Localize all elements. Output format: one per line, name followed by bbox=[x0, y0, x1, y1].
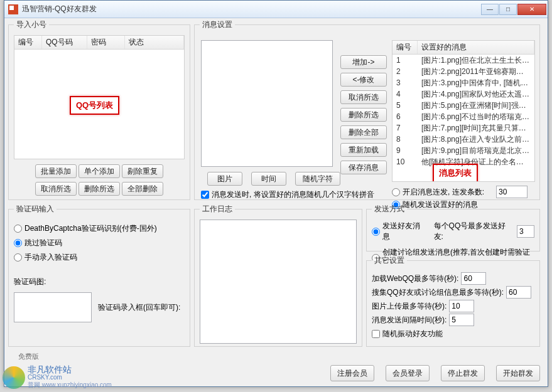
collect-wait-input[interactable] bbox=[506, 286, 531, 299]
import-group: 导入小号 编号 QQ号码 密码 状态 QQ号列表 批量添加 单个添加 剔除重复 … bbox=[8, 19, 190, 200]
table-row[interactable]: 1[图片:1.png]但在北京土生土长… bbox=[392, 55, 534, 66]
interval-input[interactable] bbox=[449, 314, 474, 326]
watermark: 非凡软件站 CRSKY.com 普网 www.xunzhiyingxiao.co… bbox=[3, 365, 112, 389]
msgset-legend: 消息设置 bbox=[200, 19, 235, 30]
register-button[interactable]: 注册会员 bbox=[330, 365, 374, 381]
msg-row-text: [图片:1.png]但在北京土生土长… bbox=[418, 55, 534, 66]
table-row[interactable]: 3[图片:3.png]中国体育中, [随机… bbox=[392, 77, 534, 88]
free-version-label: 免费版 bbox=[18, 352, 39, 361]
window-title: 迅智营销-QQ好友群发 bbox=[22, 4, 480, 14]
captcha-img-label: 验证码图: bbox=[14, 277, 185, 287]
upload-wait-input[interactable] bbox=[449, 300, 474, 312]
add-button[interactable]: 增加-> bbox=[340, 55, 387, 69]
msg-row-text: [图片:8.png]在进入专业队之前… bbox=[418, 134, 534, 145]
continuous-radio[interactable] bbox=[392, 188, 400, 196]
sendmode-friend-tail: 每个QQ号最多发送好友: bbox=[434, 221, 513, 242]
sendmode-friend-radio[interactable] bbox=[372, 228, 380, 236]
start-send-button[interactable]: 开始群发 bbox=[496, 365, 540, 381]
captcha-r1-label[interactable]: DeathByCaptcha验证码识别(付费-国外) bbox=[14, 223, 185, 234]
titlebar[interactable]: 迅智营销-QQ好友群发 — □ ✕ bbox=[4, 1, 548, 18]
msg-row-no: 10 bbox=[392, 157, 418, 166]
qq-table[interactable]: 编号 QQ号码 密码 状态 QQ号列表 bbox=[14, 35, 185, 159]
table-row[interactable]: 7[图片:7.png][时间]充其量只算… bbox=[392, 122, 534, 134]
captcha-dbc-radio[interactable] bbox=[14, 225, 22, 233]
footer: 注册会员 会员登录 停止群发 开始群发 bbox=[330, 365, 540, 381]
remove-dup-button[interactable]: 剔除重复 bbox=[122, 164, 163, 178]
insert-pic-button[interactable]: 图片 bbox=[207, 172, 242, 186]
delete-all-button[interactable]: 全部删除 bbox=[122, 182, 163, 196]
minimize-button[interactable]: — bbox=[481, 4, 499, 15]
sendmode-group: 发送方式 发送好友消息 每个QQ号最多发送好友: 创建讨论组发送消息(推荐,首次… bbox=[366, 204, 540, 252]
batch-add-button[interactable]: 批量添加 bbox=[35, 164, 77, 178]
msg-row-no: 8 bbox=[392, 135, 418, 144]
webqq-wait-input[interactable] bbox=[461, 272, 486, 285]
table-row[interactable]: 2[图片:2.png]2011年亚锦赛期间,… bbox=[392, 66, 534, 77]
msg-row-no: 7 bbox=[392, 124, 418, 132]
captcha-legend: 验证码输入 bbox=[14, 204, 57, 215]
captcha-image bbox=[14, 292, 92, 322]
msg-row-text: [图片:5.png]在亚洲猪[时间]强… bbox=[418, 100, 534, 111]
msg-row-text: [图片:9.png]目前塔瑞克是北京… bbox=[418, 146, 534, 156]
upload-wait-label: 图片上传最多等待(秒): bbox=[372, 301, 446, 312]
app-window: 迅智营销-QQ好友群发 — □ ✕ 导入小号 编号 QQ号码 密码 状态 QQ号… bbox=[4, 0, 548, 387]
table-row[interactable]: 6[图片:6.png]不过当时的塔瑞克… bbox=[392, 111, 534, 122]
msg-row-no: 5 bbox=[392, 101, 418, 110]
watermark-icon bbox=[3, 366, 25, 389]
msg-col-no[interactable]: 编号 bbox=[392, 41, 418, 54]
close-button[interactable]: ✕ bbox=[517, 4, 546, 15]
login-button[interactable]: 会员登录 bbox=[386, 365, 430, 381]
col-no[interactable]: 编号 bbox=[14, 36, 42, 49]
message-setting-group: 消息设置 增加-> <-修改 取消所选 删除所选 删除全部 重新加载 保存消息 … bbox=[194, 19, 540, 200]
msg-row-no: 4 bbox=[392, 90, 418, 98]
shake-check-label[interactable]: 随机振动好友功能 bbox=[372, 329, 443, 339]
msg-row-no: 3 bbox=[392, 78, 418, 87]
import-legend: 导入小号 bbox=[14, 19, 49, 30]
message-editor[interactable] bbox=[201, 40, 333, 167]
captcha-manual-radio[interactable] bbox=[14, 253, 22, 262]
col-status[interactable]: 状态 bbox=[125, 36, 184, 49]
log-legend: 工作日志 bbox=[200, 204, 235, 215]
max-friends-input[interactable] bbox=[517, 225, 534, 238]
del-sel-button[interactable]: 删除所选 bbox=[340, 108, 387, 122]
log-group: 工作日志 bbox=[194, 204, 362, 347]
msg-col-body[interactable]: 设置好的消息 bbox=[418, 41, 534, 54]
message-table[interactable]: 编号 设置好的消息 1[图片:1.png]但在北京土生土长…2[图片:2.png… bbox=[392, 40, 535, 182]
table-row[interactable]: 8[图片:8.png]在进入专业队之前… bbox=[392, 134, 534, 145]
single-add-button[interactable]: 单个添加 bbox=[78, 164, 120, 178]
log-textarea[interactable] bbox=[200, 220, 357, 344]
sendmode-friend-label[interactable]: 发送好友消息 bbox=[372, 221, 426, 242]
sendmode-legend: 发送方式 bbox=[372, 204, 407, 215]
insert-rand-button[interactable]: 随机字符 bbox=[295, 172, 340, 186]
unselect-button[interactable]: 取消所选 bbox=[35, 182, 77, 196]
table-row[interactable]: 4[图片:4.png]国家队对他还太遥… bbox=[392, 88, 534, 100]
table-row[interactable]: 5[图片:5.png]在亚洲猪[时间]强… bbox=[392, 100, 534, 111]
insert-time-button[interactable]: 时间 bbox=[251, 172, 286, 186]
reload-button[interactable]: 重新加载 bbox=[340, 143, 387, 157]
other-group: 其它设置 加载WebQQ最多等待(秒): 搜集QQ好友或讨论组信息最多等待(秒)… bbox=[366, 255, 540, 347]
stop-send-button[interactable]: 停止群发 bbox=[441, 365, 485, 381]
shake-check[interactable] bbox=[372, 330, 380, 338]
other-legend: 其它设置 bbox=[372, 255, 407, 266]
msg-row-text: [图片:6.png]不过当时的塔瑞克… bbox=[418, 112, 534, 122]
cancel-sel-button[interactable]: 取消所选 bbox=[340, 90, 387, 104]
maximize-button[interactable]: □ bbox=[499, 4, 517, 15]
delete-selected-button[interactable]: 删除所选 bbox=[78, 182, 120, 196]
del-all-button[interactable]: 删除全部 bbox=[340, 125, 387, 139]
continuous-count-input[interactable] bbox=[496, 186, 528, 198]
save-button[interactable]: 保存消息 bbox=[340, 161, 387, 174]
message-list-overlay: 消息列表 bbox=[433, 164, 478, 182]
col-pw[interactable]: 密码 bbox=[87, 36, 125, 49]
modify-button[interactable]: <-修改 bbox=[340, 73, 387, 87]
msg-row-text: [图片:4.png]国家队对他还太遥… bbox=[418, 89, 534, 100]
col-qq[interactable]: QQ号码 bbox=[42, 36, 87, 49]
msg-row-text: [图片:3.png]中国体育中, [随机… bbox=[418, 78, 534, 88]
msg-row-text: [图片:7.png][时间]充其量只算… bbox=[418, 123, 534, 134]
captcha-r2-label[interactable]: 跳过验证码 bbox=[14, 238, 185, 248]
continuous-radio-label[interactable]: 开启消息连发, 连发条数: bbox=[392, 187, 484, 198]
convert-pinyin-check[interactable] bbox=[201, 191, 209, 199]
table-row[interactable]: 9[图片:9.png]目前塔瑞克是北京… bbox=[392, 145, 534, 156]
convert-pinyin-check-label[interactable]: 消息发送时, 将设置好的消息随机几个汉字转拼音 bbox=[201, 189, 374, 200]
captcha-skip-radio[interactable] bbox=[14, 239, 22, 247]
captcha-r3-label[interactable]: 手动录入验证码 bbox=[14, 252, 185, 263]
qq-list-overlay: QQ号列表 bbox=[70, 96, 119, 115]
